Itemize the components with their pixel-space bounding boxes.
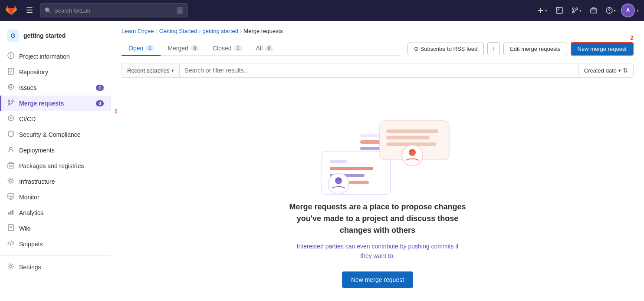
sidebar-item-snippets[interactable]: Snippets (0, 236, 111, 252)
export-button[interactable]: ↑ (487, 42, 500, 55)
project-information-icon (7, 52, 15, 61)
svg-rect-11 (10, 55, 11, 57)
filter-bar: Recent searches ▾ Created date ▾ ⇅ (122, 63, 634, 78)
sort-dropdown[interactable]: Created date ▾ ⇅ (578, 63, 633, 77)
tab-open[interactable]: Open 0 (122, 41, 161, 56)
svg-point-26 (10, 179, 12, 182)
sort-chevron: ▾ (618, 68, 621, 73)
recent-searches-dropdown[interactable]: Recent searches ▾ (122, 64, 180, 77)
svg-point-53 (336, 179, 338, 180)
svg-point-34 (10, 265, 12, 268)
breadcrumb-sep: › (199, 28, 200, 34)
breadcrumb-getting-started[interactable]: Getting Started (159, 28, 197, 34)
sidebar-item-wiki[interactable]: Wiki (0, 221, 111, 236)
svg-rect-57 (386, 136, 430, 139)
new-merge-request-button[interactable]: New merge request (571, 42, 634, 56)
tab-merged[interactable]: Merged 8 (161, 41, 206, 56)
sidebar-item-label: Packages and registries (19, 162, 84, 169)
recent-chevron: ▾ (171, 68, 174, 73)
breadcrumb-current: Merge requests (243, 28, 283, 34)
sidebar-item-label: Deployments (19, 147, 55, 154)
search-placeholder: Search GitLab (54, 7, 90, 14)
user-avatar[interactable]: A (621, 3, 635, 17)
svg-point-20 (12, 100, 13, 102)
sidebar-item-security-compliance[interactable]: Security & Compliance (0, 127, 111, 142)
rss-icon: ⊙ (414, 46, 419, 52)
search-filter-input[interactable] (180, 63, 578, 77)
svg-rect-47 (330, 160, 347, 163)
tab-closed[interactable]: Closed 0 (206, 41, 249, 56)
create-chevron: ▾ (545, 8, 547, 13)
sidebar-item-project-information[interactable]: Project information (0, 49, 111, 64)
cicd-icon (7, 115, 15, 123)
infrastructure-icon (7, 177, 15, 186)
header-actions: ⊙ Subscribe to RSS feed ↑ Edit merge req… (407, 42, 634, 56)
issues-badge: 0 (96, 85, 104, 91)
monitor-icon (7, 193, 15, 202)
sort-direction-icon: ⇅ (623, 67, 628, 74)
main-layout: G getting started Project information Re… (0, 21, 644, 301)
top-navigation: ☰ 🔍 Search GitLab / ▾ ▾ ▾ A ▾ (0, 0, 644, 21)
tab-all[interactable]: All 8 (249, 41, 280, 56)
sidebar-item-label: Issues (19, 84, 36, 91)
sidebar-item-infrastructure[interactable]: Infrastructure (0, 174, 111, 189)
sidebar-item-repository[interactable]: Repository (0, 64, 111, 80)
inbox-button[interactable] (587, 5, 601, 16)
deployments-icon (7, 146, 15, 155)
sidebar-item-label: Infrastructure (19, 178, 55, 185)
issues-icon (7, 83, 15, 92)
subscribe-rss-button[interactable]: ⊙ Subscribe to RSS feed (407, 43, 484, 55)
create-button[interactable]: ▾ (534, 5, 551, 16)
breadcrumb-learn-engee[interactable]: Learn Engee (122, 28, 154, 34)
svg-point-54 (339, 179, 341, 180)
empty-state-cta-button[interactable]: New merge request (342, 271, 413, 288)
hamburger-button[interactable]: ☰ (23, 4, 36, 17)
svg-rect-37 (360, 147, 382, 150)
breadcrumb-project[interactable]: getting started (203, 28, 238, 34)
sidebar-item-label: Security & Compliance (19, 131, 81, 138)
tab-bar: Open 0 Merged 8 Closed 0 All 8 (122, 41, 401, 56)
merge-requests-shortcut-button[interactable]: ▾ (568, 5, 585, 16)
sidebar-item-packages-registries[interactable]: Packages and registries (0, 158, 111, 174)
sidebar-item-monitor[interactable]: Monitor (0, 189, 111, 205)
packages-icon (7, 162, 15, 170)
sidebar-item-label: Settings (19, 264, 41, 271)
help-button[interactable]: ▾ (602, 5, 619, 16)
empty-state-subtitle: Interested parties can even contribute b… (291, 241, 464, 261)
avatar-chevron: ▾ (637, 8, 639, 13)
sidebar-item-label: Project information (19, 53, 70, 60)
sidebar-item-label: Merge requests (19, 100, 64, 107)
sidebar-item-settings[interactable]: Settings (0, 259, 111, 275)
sidebar-item-label: Snippets (19, 241, 43, 248)
merge-requests-icon (7, 99, 15, 108)
breadcrumb-sep: › (240, 28, 242, 34)
sidebar-item-issues[interactable]: Issues 0 (0, 80, 111, 96)
global-search[interactable]: 🔍 Search GitLab / (40, 3, 187, 17)
annotation-2: 2 (630, 34, 634, 41)
merge-requests-badge: 0 (96, 100, 104, 106)
security-icon (7, 130, 15, 139)
sidebar-item-cicd[interactable]: CI/CD (0, 111, 111, 127)
project-icon: G (7, 30, 19, 42)
analytics-icon (7, 208, 15, 217)
svg-point-19 (8, 100, 10, 102)
sidebar-item-analytics[interactable]: Analytics (0, 205, 111, 221)
svg-rect-29 (10, 211, 12, 215)
sidebar-item-deployments[interactable]: Deployments (0, 142, 111, 158)
sidebar-item-label: Wiki (19, 225, 30, 232)
issues-shortcut-button[interactable] (552, 5, 566, 16)
sidebar-divider (0, 255, 111, 256)
svg-point-5 (576, 8, 578, 10)
annotation-1: 1 (114, 108, 118, 115)
snippets-icon (7, 240, 15, 248)
wiki-icon (7, 224, 15, 233)
edit-merge-requests-button[interactable]: Edit merge requests (503, 43, 567, 55)
svg-rect-56 (386, 129, 438, 133)
settings-icon (7, 263, 15, 271)
sidebar-item-label: CI/CD (19, 116, 36, 122)
page-header: Open 0 Merged 8 Closed 0 All 8 ⊙ (122, 41, 634, 56)
sidebar-item-merge-requests[interactable]: Merge requests 0 1 (0, 96, 111, 111)
svg-point-17 (8, 84, 13, 89)
help-chevron: ▾ (614, 8, 616, 13)
gitlab-logo[interactable] (5, 4, 17, 17)
